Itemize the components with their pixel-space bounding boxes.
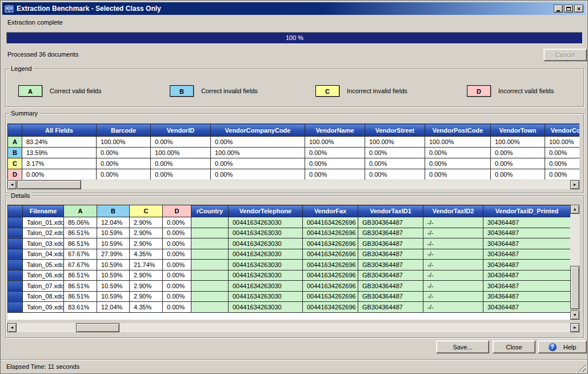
taxid1-cell[interactable]: GB304364487 [358,260,423,270]
a-cell[interactable]: 86.51% [64,281,97,292]
taxid1-cell[interactable]: GB304364487 [358,291,423,302]
filename-cell[interactable]: Talon_03.xdc [23,238,64,249]
maximize-button[interactable] [564,5,573,13]
summary-col-header[interactable]: VendorStreet [365,124,425,137]
taxid2-cell[interactable]: -/- [423,260,483,270]
details-row[interactable]: Talon_07.xdc 86.51% 10.59% 2.90% 0.00% 0… [8,281,571,292]
c-cell[interactable]: 4.35% [130,249,163,260]
taxid-printed-cell[interactable]: 304364487 [483,281,571,292]
taxid-printed-cell[interactable]: 304364487 [483,260,571,270]
a-cell[interactable]: 86.51% [64,270,97,281]
taxid-printed-cell[interactable]: 304364487 [483,249,571,260]
fax-cell[interactable]: 00441634262696 [303,281,358,292]
a-cell[interactable]: 86.51% [64,238,97,249]
summary-col-header[interactable]: VendorName [305,124,365,137]
c-cell[interactable]: 21.74% [130,260,163,270]
country-cell[interactable] [191,228,229,238]
filename-cell[interactable]: Talon_07.xdc [23,281,64,292]
taxid1-cell[interactable]: GB304364487 [358,302,423,313]
taxid-printed-cell[interactable]: 304364487 [483,270,571,281]
fax-cell[interactable]: 00441634262696 [303,228,358,238]
b-cell[interactable]: 10.59% [97,260,130,270]
fax-cell[interactable]: 00441634262696 [303,270,358,281]
taxid1-cell[interactable]: GB304364487 [358,270,423,281]
taxid2-cell[interactable]: -/- [423,281,483,292]
filename-cell[interactable]: Talon_02.xdc [23,228,64,238]
filename-cell[interactable]: Talon_05.xdc [23,260,64,270]
details-row[interactable]: Talon_05.xdc 67.67% 10.59% 21.74% 0.00% … [8,260,571,270]
country-cell[interactable] [191,260,229,270]
row-selector[interactable] [8,270,23,281]
c-cell[interactable]: 2.90% [130,291,163,302]
d-cell[interactable]: 0.00% [163,270,191,281]
close-dialog-button[interactable]: Close [493,340,535,353]
taxid2-cell[interactable]: -/- [423,249,483,260]
details-col-header[interactable]: VendorTaxID2 [423,205,483,217]
details-col-header[interactable]: VendorTaxID_Printed [483,205,571,217]
filename-cell[interactable]: Talon_09.xdc [23,302,64,313]
d-cell[interactable]: 0.00% [163,238,191,249]
taxid-printed-cell[interactable]: 304364487 [483,228,571,238]
row-selector[interactable] [8,228,23,238]
fax-cell[interactable]: 00441634262696 [303,217,358,228]
summary-col-header[interactable]: VendorCountry [545,124,580,137]
c-cell[interactable]: 2.90% [130,270,163,281]
b-cell[interactable]: 27.99% [97,249,130,260]
a-cell[interactable]: 83.61% [64,302,97,313]
details-col-header[interactable]: VendorTelephone [229,205,303,217]
d-cell[interactable]: 0.00% [163,217,191,228]
details-col-header[interactable]: VendorFax [303,205,358,217]
summary-col-header[interactable]: VendorCompanyCode [211,124,305,137]
taxid-printed-cell[interactable]: 304364487 [483,238,571,249]
a-cell[interactable]: 86.51% [64,291,97,302]
b-cell[interactable]: 12.04% [97,217,130,228]
details-row[interactable]: Talon_09.xdc 83.61% 12.04% 4.35% 0.00% 0… [8,302,571,313]
row-selector[interactable] [8,260,23,270]
country-cell[interactable] [191,217,229,228]
taxid1-cell[interactable]: GB304364487 [358,238,423,249]
details-scroll-up-button[interactable]: ▲ [570,205,579,214]
taxid1-cell[interactable]: GB304364487 [358,217,423,228]
telephone-cell[interactable]: 00441634263030 [229,260,303,270]
c-cell[interactable]: 2.90% [130,238,163,249]
minimize-button[interactable] [554,5,563,13]
taxid-printed-cell[interactable]: 304364487 [483,291,571,302]
taxid2-cell[interactable]: -/- [423,291,483,302]
b-cell[interactable]: 10.59% [97,291,130,302]
resize-grip[interactable] [578,364,586,372]
c-cell[interactable]: 2.90% [130,281,163,292]
b-cell[interactable]: 10.59% [97,228,130,238]
b-cell[interactable]: 12.04% [97,302,130,313]
d-cell[interactable]: 0.00% [163,260,191,270]
b-cell[interactable]: 10.59% [97,238,130,249]
telephone-cell[interactable]: 00441634263030 [229,281,303,292]
summary-col-header[interactable]: VendorID [151,124,211,137]
taxid2-cell[interactable]: -/- [423,217,483,228]
summary-scroll-left-button[interactable]: ◄ [7,180,17,189]
a-cell[interactable]: 85.06% [64,217,97,228]
taxid2-cell[interactable]: -/- [423,238,483,249]
details-row[interactable]: Talon_06.xdc 86.51% 10.59% 2.90% 0.00% 0… [8,270,571,281]
row-selector[interactable] [8,217,23,228]
taxid-printed-cell[interactable]: 304364487 [483,302,571,313]
filename-cell[interactable]: Talon_08.xdc [23,291,64,302]
row-selector[interactable] [8,238,23,249]
details-hscroll-thumb[interactable] [76,323,119,332]
telephone-cell[interactable]: 00441634263030 [229,238,303,249]
a-cell[interactable]: 67.67% [64,249,97,260]
help-button[interactable]: ? Help [538,340,587,353]
b-cell[interactable]: 10.59% [97,270,130,281]
c-cell[interactable]: 2.90% [130,228,163,238]
close-button[interactable]: × [574,5,583,13]
taxid1-cell[interactable]: GB304364487 [358,249,423,260]
details-col-header-c[interactable]: C [130,205,163,217]
summary-hscrollbar[interactable]: ◄ ► [7,180,579,189]
row-selector[interactable] [8,281,23,292]
details-scroll-left-button[interactable]: ◄ [7,323,17,332]
summary-col-header[interactable]: Barcode [97,124,151,137]
details-row[interactable]: Talon_03.xdc 86.51% 10.59% 2.90% 0.00% 0… [8,238,571,249]
country-cell[interactable] [191,238,229,249]
a-cell[interactable]: 86.51% [64,228,97,238]
d-cell[interactable]: 0.00% [163,228,191,238]
d-cell[interactable]: 0.00% [163,281,191,292]
